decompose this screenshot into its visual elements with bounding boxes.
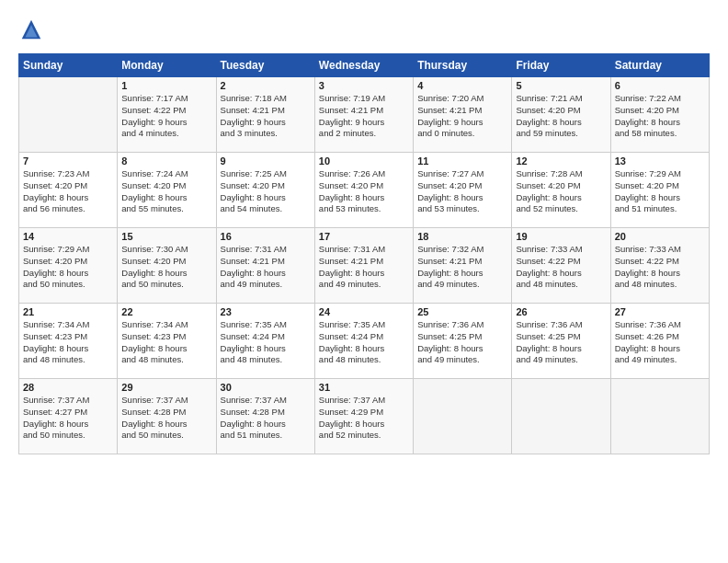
day-info: Sunrise: 7:37 AM Sunset: 4:27 PM Dayligh… <box>23 395 113 442</box>
calendar-week-3: 14Sunrise: 7:29 AM Sunset: 4:20 PM Dayli… <box>19 228 710 304</box>
calendar-cell: 22Sunrise: 7:34 AM Sunset: 4:23 PM Dayli… <box>118 304 216 379</box>
calendar-cell: 15Sunrise: 7:30 AM Sunset: 4:20 PM Dayli… <box>118 228 216 304</box>
calendar-cell: 26Sunrise: 7:36 AM Sunset: 4:25 PM Dayli… <box>512 304 610 379</box>
calendar-cell: 29Sunrise: 7:37 AM Sunset: 4:28 PM Dayli… <box>118 379 216 454</box>
day-info: Sunrise: 7:17 AM Sunset: 4:22 PM Dayligh… <box>121 93 211 140</box>
calendar-cell: 1Sunrise: 7:17 AM Sunset: 4:22 PM Daylig… <box>118 77 216 153</box>
weekday-header-friday: Friday <box>512 54 610 77</box>
calendar-cell: 10Sunrise: 7:26 AM Sunset: 4:20 PM Dayli… <box>314 153 413 228</box>
day-info: Sunrise: 7:31 AM Sunset: 4:21 PM Dayligh… <box>319 244 409 291</box>
day-info: Sunrise: 7:20 AM Sunset: 4:21 PM Dayligh… <box>417 93 507 140</box>
calendar-cell: 8Sunrise: 7:24 AM Sunset: 4:20 PM Daylig… <box>118 153 216 228</box>
day-number: 14 <box>23 231 113 242</box>
day-number: 21 <box>23 306 113 317</box>
calendar-cell: 31Sunrise: 7:37 AM Sunset: 4:29 PM Dayli… <box>314 379 413 454</box>
day-info: Sunrise: 7:35 AM Sunset: 4:24 PM Dayligh… <box>319 319 409 366</box>
calendar-header: SundayMondayTuesdayWednesdayThursdayFrid… <box>19 54 710 77</box>
calendar-table: SundayMondayTuesdayWednesdayThursdayFrid… <box>18 53 710 454</box>
day-info: Sunrise: 7:31 AM Sunset: 4:21 PM Dayligh… <box>221 244 311 291</box>
calendar-cell: 2Sunrise: 7:18 AM Sunset: 4:21 PM Daylig… <box>216 77 314 153</box>
calendar-week-5: 28Sunrise: 7:37 AM Sunset: 4:27 PM Dayli… <box>19 379 710 454</box>
day-number: 20 <box>615 231 705 242</box>
calendar-cell: 21Sunrise: 7:34 AM Sunset: 4:23 PM Dayli… <box>19 304 118 379</box>
weekday-header-sunday: Sunday <box>19 54 118 77</box>
calendar-cell: 13Sunrise: 7:29 AM Sunset: 4:20 PM Dayli… <box>610 153 709 228</box>
calendar-cell: 12Sunrise: 7:28 AM Sunset: 4:20 PM Dayli… <box>512 153 610 228</box>
day-number: 30 <box>221 382 311 393</box>
calendar-week-2: 7Sunrise: 7:23 AM Sunset: 4:20 PM Daylig… <box>19 153 710 228</box>
day-info: Sunrise: 7:21 AM Sunset: 4:20 PM Dayligh… <box>516 93 606 140</box>
day-info: Sunrise: 7:37 AM Sunset: 4:29 PM Dayligh… <box>319 395 409 442</box>
day-info: Sunrise: 7:29 AM Sunset: 4:20 PM Dayligh… <box>23 244 113 291</box>
calendar-cell: 18Sunrise: 7:32 AM Sunset: 4:21 PM Dayli… <box>414 228 512 304</box>
day-number: 25 <box>417 306 507 317</box>
weekday-header-row: SundayMondayTuesdayWednesdayThursdayFrid… <box>19 54 710 77</box>
calendar-cell: 9Sunrise: 7:25 AM Sunset: 4:20 PM Daylig… <box>216 153 314 228</box>
day-info: Sunrise: 7:19 AM Sunset: 4:21 PM Dayligh… <box>319 93 409 140</box>
day-info: Sunrise: 7:34 AM Sunset: 4:23 PM Dayligh… <box>23 319 113 366</box>
calendar-cell <box>414 379 512 454</box>
day-number: 29 <box>121 382 211 393</box>
day-number: 17 <box>319 231 409 242</box>
calendar-cell: 5Sunrise: 7:21 AM Sunset: 4:20 PM Daylig… <box>512 77 610 153</box>
calendar-cell: 4Sunrise: 7:20 AM Sunset: 4:21 PM Daylig… <box>414 77 512 153</box>
day-number: 15 <box>121 231 211 242</box>
day-number: 18 <box>417 231 507 242</box>
day-number: 5 <box>516 80 606 91</box>
weekday-header-saturday: Saturday <box>610 54 709 77</box>
weekday-header-thursday: Thursday <box>414 54 512 77</box>
day-number: 4 <box>417 80 507 91</box>
weekday-header-wednesday: Wednesday <box>314 54 413 77</box>
day-info: Sunrise: 7:25 AM Sunset: 4:20 PM Dayligh… <box>221 168 311 215</box>
day-number: 12 <box>516 155 606 167</box>
day-info: Sunrise: 7:36 AM Sunset: 4:25 PM Dayligh… <box>417 319 507 366</box>
day-number: 24 <box>319 306 409 317</box>
day-number: 1 <box>121 80 211 91</box>
day-info: Sunrise: 7:22 AM Sunset: 4:20 PM Dayligh… <box>615 93 705 140</box>
day-info: Sunrise: 7:24 AM Sunset: 4:20 PM Dayligh… <box>121 168 211 215</box>
calendar-week-4: 21Sunrise: 7:34 AM Sunset: 4:23 PM Dayli… <box>19 304 710 379</box>
day-number: 10 <box>319 155 409 167</box>
calendar-cell <box>512 379 610 454</box>
day-number: 6 <box>615 80 705 91</box>
day-number: 13 <box>615 155 705 167</box>
calendar-cell: 19Sunrise: 7:33 AM Sunset: 4:22 PM Dayli… <box>512 228 610 304</box>
day-info: Sunrise: 7:32 AM Sunset: 4:21 PM Dayligh… <box>417 244 507 291</box>
day-number: 3 <box>319 80 409 91</box>
day-info: Sunrise: 7:36 AM Sunset: 4:25 PM Dayligh… <box>516 319 606 366</box>
calendar-week-1: 1Sunrise: 7:17 AM Sunset: 4:22 PM Daylig… <box>19 77 710 153</box>
calendar-cell: 7Sunrise: 7:23 AM Sunset: 4:20 PM Daylig… <box>19 153 118 228</box>
calendar-cell: 20Sunrise: 7:33 AM Sunset: 4:22 PM Dayli… <box>610 228 709 304</box>
calendar-cell: 28Sunrise: 7:37 AM Sunset: 4:27 PM Dayli… <box>19 379 118 454</box>
day-info: Sunrise: 7:35 AM Sunset: 4:24 PM Dayligh… <box>221 319 311 366</box>
logo-icon <box>18 17 44 42</box>
page-header <box>18 17 710 42</box>
day-info: Sunrise: 7:28 AM Sunset: 4:20 PM Dayligh… <box>516 168 606 215</box>
day-number: 26 <box>516 306 606 317</box>
calendar-cell: 30Sunrise: 7:37 AM Sunset: 4:28 PM Dayli… <box>216 379 314 454</box>
day-info: Sunrise: 7:34 AM Sunset: 4:23 PM Dayligh… <box>121 319 211 366</box>
day-info: Sunrise: 7:23 AM Sunset: 4:20 PM Dayligh… <box>23 168 113 215</box>
day-number: 23 <box>221 306 311 317</box>
day-info: Sunrise: 7:36 AM Sunset: 4:26 PM Dayligh… <box>615 319 705 366</box>
day-number: 8 <box>121 155 211 167</box>
calendar-cell: 14Sunrise: 7:29 AM Sunset: 4:20 PM Dayli… <box>19 228 118 304</box>
calendar-cell: 25Sunrise: 7:36 AM Sunset: 4:25 PM Dayli… <box>414 304 512 379</box>
day-number: 2 <box>221 80 311 91</box>
day-number: 19 <box>516 231 606 242</box>
calendar-cell: 17Sunrise: 7:31 AM Sunset: 4:21 PM Dayli… <box>314 228 413 304</box>
day-info: Sunrise: 7:33 AM Sunset: 4:22 PM Dayligh… <box>516 244 606 291</box>
calendar-cell: 16Sunrise: 7:31 AM Sunset: 4:21 PM Dayli… <box>216 228 314 304</box>
day-info: Sunrise: 7:18 AM Sunset: 4:21 PM Dayligh… <box>221 93 311 140</box>
day-info: Sunrise: 7:27 AM Sunset: 4:20 PM Dayligh… <box>417 168 507 215</box>
logo <box>18 17 48 42</box>
calendar-cell: 11Sunrise: 7:27 AM Sunset: 4:20 PM Dayli… <box>414 153 512 228</box>
day-number: 22 <box>121 306 211 317</box>
day-info: Sunrise: 7:37 AM Sunset: 4:28 PM Dayligh… <box>121 395 211 442</box>
day-info: Sunrise: 7:29 AM Sunset: 4:20 PM Dayligh… <box>615 168 705 215</box>
day-info: Sunrise: 7:33 AM Sunset: 4:22 PM Dayligh… <box>615 244 705 291</box>
day-number: 28 <box>23 382 113 393</box>
day-number: 27 <box>615 306 705 317</box>
calendar-cell: 27Sunrise: 7:36 AM Sunset: 4:26 PM Dayli… <box>610 304 709 379</box>
day-number: 9 <box>221 155 311 167</box>
